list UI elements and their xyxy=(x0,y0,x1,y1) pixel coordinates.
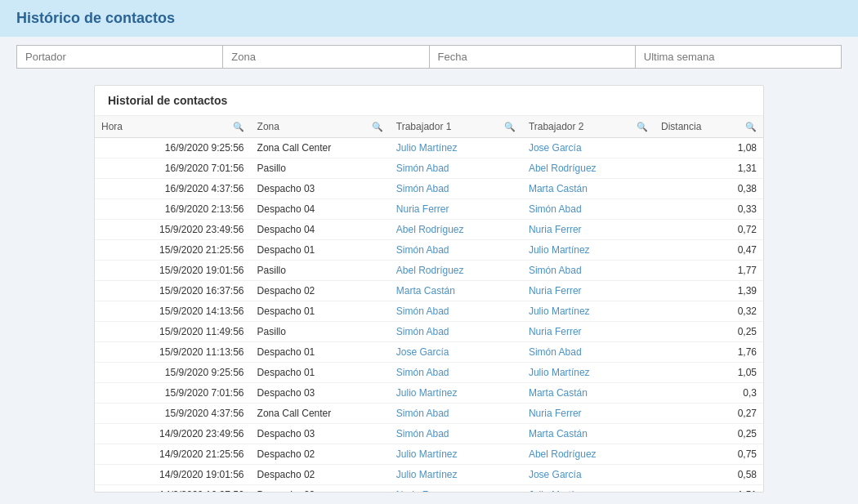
col-zona: Zona 🔍 xyxy=(251,116,390,138)
zona-cell: Despacho 03 xyxy=(251,424,390,444)
periodo-filter[interactable] xyxy=(635,45,842,69)
table-row: 15/9/2020 16:37:56Despacho 02Marta Castá… xyxy=(95,281,763,301)
zona-cell: Despacho 04 xyxy=(251,220,390,240)
table-row: 15/9/2020 9:25:56Despacho 01Simón AbadJu… xyxy=(95,363,763,383)
table-row: 15/9/2020 4:37:56Zona Call CenterSimón A… xyxy=(95,404,763,424)
table-row: 15/9/2020 19:01:56PasilloAbel RodríguezS… xyxy=(95,261,763,281)
trabajador1-cell[interactable]: Nuria Ferrer xyxy=(390,199,522,220)
trabajador1-cell[interactable]: Julio Martínez xyxy=(390,383,522,404)
trabajador1-label: Trabajador 1 xyxy=(396,121,452,132)
portador-filter[interactable] xyxy=(16,45,222,69)
col-trabajador1: Trabajador 1 🔍 xyxy=(390,116,522,138)
trabajador2-cell[interactable]: Simón Abad xyxy=(522,342,655,363)
hora-cell: 16/9/2020 4:37:56 xyxy=(95,179,251,199)
hora-cell: 15/9/2020 16:37:56 xyxy=(95,281,251,301)
zona-cell: Despacho 03 xyxy=(251,485,390,493)
hora-label: Hora xyxy=(101,121,123,132)
trabajador1-cell[interactable]: Simón Abad xyxy=(390,424,522,444)
table-row: 15/9/2020 11:49:56PasilloSimón AbadNuria… xyxy=(95,322,763,342)
hora-cell: 14/9/2020 19:01:56 xyxy=(95,465,251,485)
trabajador1-cell[interactable]: Simón Abad xyxy=(390,158,522,179)
hora-search-icon[interactable]: 🔍 xyxy=(233,122,244,132)
trabajador1-cell[interactable]: Simón Abad xyxy=(390,179,522,199)
trabajador1-cell[interactable]: Simón Abad xyxy=(390,240,522,261)
trabajador1-cell[interactable]: Marta Castán xyxy=(390,281,522,301)
distancia-cell: 1,05 xyxy=(655,363,763,383)
trabajador2-cell[interactable]: Marta Castán xyxy=(522,383,655,404)
trabajador2-cell[interactable]: Julio Martínez xyxy=(522,363,655,383)
trabajador2-cell[interactable]: Nuria Ferrer xyxy=(522,220,655,240)
trabajador2-cell[interactable]: Nuria Ferrer xyxy=(522,404,655,424)
hora-cell: 15/9/2020 14:13:56 xyxy=(95,301,251,322)
hora-cell: 16/9/2020 7:01:56 xyxy=(95,158,251,179)
table-body: 16/9/2020 9:25:56Zona Call CenterJulio M… xyxy=(95,138,763,493)
zona-cell: Despacho 04 xyxy=(251,199,390,220)
trabajador2-cell[interactable]: Julio Martínez xyxy=(522,485,655,493)
distancia-cell: 0,27 xyxy=(655,404,763,424)
hora-cell: 16/9/2020 2:13:56 xyxy=(95,199,251,220)
trabajador1-cell[interactable]: Jose García xyxy=(390,342,522,363)
zona-cell: Despacho 03 xyxy=(251,179,390,199)
table-row: 16/9/2020 7:01:56PasilloSimón AbadAbel R… xyxy=(95,158,763,179)
zona-cell: Pasillo xyxy=(251,261,390,281)
trabajador2-cell[interactable]: Simón Abad xyxy=(522,261,655,281)
zona-cell: Despacho 01 xyxy=(251,342,390,363)
page-title: Histórico de contactos xyxy=(0,0,858,37)
distancia-cell: 0,58 xyxy=(655,465,763,485)
hora-cell: 14/9/2020 21:25:56 xyxy=(95,444,251,465)
trabajador1-cell[interactable]: Julio Martínez xyxy=(390,444,522,465)
filter-bar xyxy=(0,37,858,77)
hora-cell: 15/9/2020 7:01:56 xyxy=(95,383,251,404)
trabajador1-cell[interactable]: Julio Martínez xyxy=(390,138,522,158)
trabajador1-cell[interactable]: Abel Rodríguez xyxy=(390,220,522,240)
table-row: 16/9/2020 2:13:56Despacho 04Nuria Ferrer… xyxy=(95,199,763,220)
hora-cell: 15/9/2020 23:49:56 xyxy=(95,220,251,240)
zona-cell: Pasillo xyxy=(251,158,390,179)
trabajador1-cell[interactable]: Simón Abad xyxy=(390,363,522,383)
trabajador1-cell[interactable]: Simón Abad xyxy=(390,322,522,342)
trabajador2-cell[interactable]: Marta Castán xyxy=(522,179,655,199)
distancia-cell: 1,31 xyxy=(655,158,763,179)
hora-cell: 16/9/2020 9:25:56 xyxy=(95,138,251,158)
hora-cell: 14/9/2020 23:49:56 xyxy=(95,424,251,444)
distancia-cell: 1,76 xyxy=(655,342,763,363)
zona-filter[interactable] xyxy=(222,45,428,69)
contact-history-card: Historial de contactos Hora 🔍 Zona xyxy=(94,85,764,493)
zona-search-icon[interactable]: 🔍 xyxy=(372,122,383,132)
trabajador2-cell[interactable]: Jose García xyxy=(522,138,655,158)
trabajador2-cell[interactable]: Marta Castán xyxy=(522,424,655,444)
trabajador2-cell[interactable]: Julio Martínez xyxy=(522,240,655,261)
distancia-search-icon[interactable]: 🔍 xyxy=(745,122,757,132)
distancia-cell: 0,3 xyxy=(655,383,763,404)
distancia-cell: 0,47 xyxy=(655,240,763,261)
hora-cell: 15/9/2020 11:13:56 xyxy=(95,342,251,363)
trabajador2-cell[interactable]: Nuria Ferrer xyxy=(522,322,655,342)
zona-cell: Despacho 02 xyxy=(251,444,390,465)
table-row: 14/9/2020 16:37:56Despacho 03Nuria Ferre… xyxy=(95,485,763,493)
trabajador2-cell[interactable]: Abel Rodríguez xyxy=(522,444,655,465)
table-row: 15/9/2020 14:13:56Despacho 01Simón AbadJ… xyxy=(95,301,763,322)
trabajador2-cell[interactable]: Abel Rodríguez xyxy=(522,158,655,179)
distancia-cell: 0,25 xyxy=(655,322,763,342)
table-container[interactable]: Hora 🔍 Zona 🔍 Trabajad xyxy=(95,116,763,492)
trabajador2-cell[interactable]: Julio Martínez xyxy=(522,301,655,322)
distancia-cell: 1,08 xyxy=(655,138,763,158)
zona-cell: Despacho 03 xyxy=(251,383,390,404)
trabajador2-cell[interactable]: Simón Abad xyxy=(522,199,655,220)
trabajador1-cell[interactable]: Nuria Ferrer xyxy=(390,485,522,493)
trabajador1-cell[interactable]: Simón Abad xyxy=(390,301,522,322)
trabajador2-cell[interactable]: Nuria Ferrer xyxy=(522,281,655,301)
trabajador1-cell[interactable]: Simón Abad xyxy=(390,404,522,424)
trabajador1-search-icon[interactable]: 🔍 xyxy=(504,122,516,132)
trabajador1-cell[interactable]: Abel Rodríguez xyxy=(390,261,522,281)
trabajador2-cell[interactable]: Jose García xyxy=(522,465,655,485)
table-row: 15/9/2020 23:49:56Despacho 04Abel Rodríg… xyxy=(95,220,763,240)
zona-cell: Despacho 01 xyxy=(251,363,390,383)
hora-cell: 15/9/2020 4:37:56 xyxy=(95,404,251,424)
col-distancia: Distancia 🔍 xyxy=(655,116,763,138)
zona-cell: Despacho 01 xyxy=(251,240,390,261)
trabajador2-search-icon[interactable]: 🔍 xyxy=(637,122,648,132)
fecha-filter[interactable] xyxy=(429,45,635,69)
distancia-label: Distancia xyxy=(661,121,701,132)
trabajador1-cell[interactable]: Julio Martínez xyxy=(390,465,522,485)
